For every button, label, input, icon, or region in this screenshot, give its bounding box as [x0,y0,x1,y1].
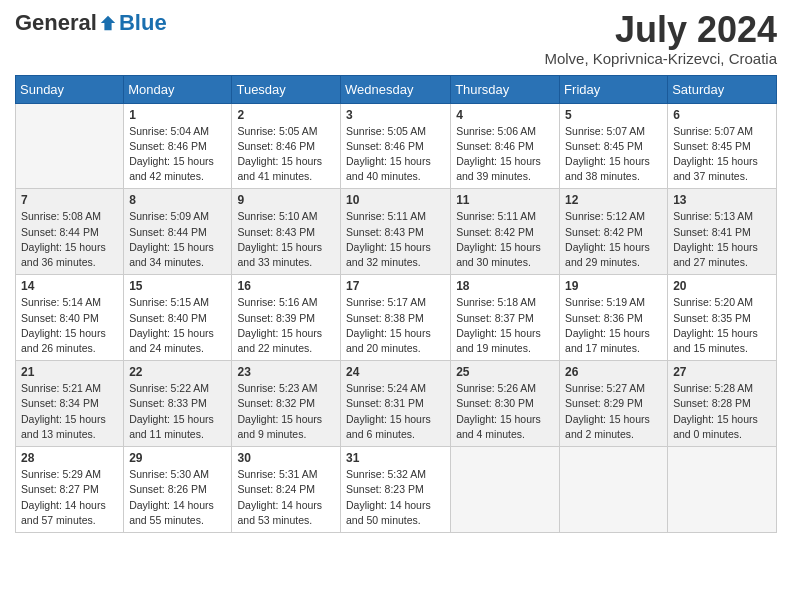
calendar-cell: 20Sunrise: 5:20 AM Sunset: 8:35 PM Dayli… [668,275,777,361]
day-number: 3 [346,108,445,122]
day-info: Sunrise: 5:23 AM Sunset: 8:32 PM Dayligh… [237,381,335,442]
calendar-cell: 5Sunrise: 5:07 AM Sunset: 8:45 PM Daylig… [560,103,668,189]
day-info: Sunrise: 5:08 AM Sunset: 8:44 PM Dayligh… [21,209,118,270]
day-number: 13 [673,193,771,207]
calendar-cell: 22Sunrise: 5:22 AM Sunset: 8:33 PM Dayli… [124,361,232,447]
day-number: 15 [129,279,226,293]
calendar-table: SundayMondayTuesdayWednesdayThursdayFrid… [15,75,777,533]
logo-general: General [15,10,97,36]
day-info: Sunrise: 5:22 AM Sunset: 8:33 PM Dayligh… [129,381,226,442]
calendar-cell: 3Sunrise: 5:05 AM Sunset: 8:46 PM Daylig… [341,103,451,189]
calendar-cell: 15Sunrise: 5:15 AM Sunset: 8:40 PM Dayli… [124,275,232,361]
day-number: 5 [565,108,662,122]
calendar-week-row: 7Sunrise: 5:08 AM Sunset: 8:44 PM Daylig… [16,189,777,275]
calendar-header-sunday: Sunday [16,75,124,103]
day-info: Sunrise: 5:18 AM Sunset: 8:37 PM Dayligh… [456,295,554,356]
calendar-cell: 24Sunrise: 5:24 AM Sunset: 8:31 PM Dayli… [341,361,451,447]
calendar-cell: 6Sunrise: 5:07 AM Sunset: 8:45 PM Daylig… [668,103,777,189]
logo: General Blue [15,10,167,36]
day-info: Sunrise: 5:27 AM Sunset: 8:29 PM Dayligh… [565,381,662,442]
day-info: Sunrise: 5:10 AM Sunset: 8:43 PM Dayligh… [237,209,335,270]
day-info: Sunrise: 5:31 AM Sunset: 8:24 PM Dayligh… [237,467,335,528]
day-number: 30 [237,451,335,465]
location: Molve, Koprivnica-Krizevci, Croatia [544,50,777,67]
calendar-cell: 27Sunrise: 5:28 AM Sunset: 8:28 PM Dayli… [668,361,777,447]
logo-icon [99,14,117,32]
calendar-week-row: 1Sunrise: 5:04 AM Sunset: 8:46 PM Daylig… [16,103,777,189]
day-number: 9 [237,193,335,207]
day-info: Sunrise: 5:29 AM Sunset: 8:27 PM Dayligh… [21,467,118,528]
calendar-cell: 13Sunrise: 5:13 AM Sunset: 8:41 PM Dayli… [668,189,777,275]
calendar-cell: 17Sunrise: 5:17 AM Sunset: 8:38 PM Dayli… [341,275,451,361]
day-info: Sunrise: 5:30 AM Sunset: 8:26 PM Dayligh… [129,467,226,528]
day-info: Sunrise: 5:14 AM Sunset: 8:40 PM Dayligh… [21,295,118,356]
day-info: Sunrise: 5:07 AM Sunset: 8:45 PM Dayligh… [565,124,662,185]
calendar-week-row: 14Sunrise: 5:14 AM Sunset: 8:40 PM Dayli… [16,275,777,361]
day-number: 17 [346,279,445,293]
calendar-header-thursday: Thursday [451,75,560,103]
day-number: 12 [565,193,662,207]
calendar-header-saturday: Saturday [668,75,777,103]
day-info: Sunrise: 5:28 AM Sunset: 8:28 PM Dayligh… [673,381,771,442]
day-number: 27 [673,365,771,379]
calendar-cell [451,447,560,533]
calendar-cell: 28Sunrise: 5:29 AM Sunset: 8:27 PM Dayli… [16,447,124,533]
calendar-cell: 10Sunrise: 5:11 AM Sunset: 8:43 PM Dayli… [341,189,451,275]
calendar-cell: 29Sunrise: 5:30 AM Sunset: 8:26 PM Dayli… [124,447,232,533]
day-number: 24 [346,365,445,379]
title-block: July 2024 Molve, Koprivnica-Krizevci, Cr… [544,10,777,67]
day-number: 2 [237,108,335,122]
day-info: Sunrise: 5:17 AM Sunset: 8:38 PM Dayligh… [346,295,445,356]
day-info: Sunrise: 5:06 AM Sunset: 8:46 PM Dayligh… [456,124,554,185]
day-info: Sunrise: 5:11 AM Sunset: 8:43 PM Dayligh… [346,209,445,270]
calendar-cell: 2Sunrise: 5:05 AM Sunset: 8:46 PM Daylig… [232,103,341,189]
calendar-cell: 18Sunrise: 5:18 AM Sunset: 8:37 PM Dayli… [451,275,560,361]
day-number: 28 [21,451,118,465]
day-number: 25 [456,365,554,379]
day-number: 10 [346,193,445,207]
day-number: 8 [129,193,226,207]
calendar-cell: 12Sunrise: 5:12 AM Sunset: 8:42 PM Dayli… [560,189,668,275]
calendar-cell: 1Sunrise: 5:04 AM Sunset: 8:46 PM Daylig… [124,103,232,189]
day-number: 16 [237,279,335,293]
calendar-cell: 8Sunrise: 5:09 AM Sunset: 8:44 PM Daylig… [124,189,232,275]
day-number: 6 [673,108,771,122]
calendar-cell [16,103,124,189]
day-number: 22 [129,365,226,379]
day-info: Sunrise: 5:32 AM Sunset: 8:23 PM Dayligh… [346,467,445,528]
day-info: Sunrise: 5:20 AM Sunset: 8:35 PM Dayligh… [673,295,771,356]
day-number: 14 [21,279,118,293]
day-number: 18 [456,279,554,293]
day-info: Sunrise: 5:09 AM Sunset: 8:44 PM Dayligh… [129,209,226,270]
calendar-cell: 26Sunrise: 5:27 AM Sunset: 8:29 PM Dayli… [560,361,668,447]
day-info: Sunrise: 5:13 AM Sunset: 8:41 PM Dayligh… [673,209,771,270]
calendar-cell: 19Sunrise: 5:19 AM Sunset: 8:36 PM Dayli… [560,275,668,361]
calendar-cell: 21Sunrise: 5:21 AM Sunset: 8:34 PM Dayli… [16,361,124,447]
day-number: 20 [673,279,771,293]
calendar-cell: 16Sunrise: 5:16 AM Sunset: 8:39 PM Dayli… [232,275,341,361]
day-info: Sunrise: 5:05 AM Sunset: 8:46 PM Dayligh… [346,124,445,185]
calendar-cell: 9Sunrise: 5:10 AM Sunset: 8:43 PM Daylig… [232,189,341,275]
calendar-week-row: 21Sunrise: 5:21 AM Sunset: 8:34 PM Dayli… [16,361,777,447]
day-info: Sunrise: 5:19 AM Sunset: 8:36 PM Dayligh… [565,295,662,356]
calendar-cell: 11Sunrise: 5:11 AM Sunset: 8:42 PM Dayli… [451,189,560,275]
day-info: Sunrise: 5:21 AM Sunset: 8:34 PM Dayligh… [21,381,118,442]
calendar-header-wednesday: Wednesday [341,75,451,103]
day-info: Sunrise: 5:12 AM Sunset: 8:42 PM Dayligh… [565,209,662,270]
day-number: 4 [456,108,554,122]
day-info: Sunrise: 5:05 AM Sunset: 8:46 PM Dayligh… [237,124,335,185]
day-info: Sunrise: 5:26 AM Sunset: 8:30 PM Dayligh… [456,381,554,442]
calendar-cell: 4Sunrise: 5:06 AM Sunset: 8:46 PM Daylig… [451,103,560,189]
day-info: Sunrise: 5:07 AM Sunset: 8:45 PM Dayligh… [673,124,771,185]
day-number: 21 [21,365,118,379]
day-number: 23 [237,365,335,379]
calendar-cell: 31Sunrise: 5:32 AM Sunset: 8:23 PM Dayli… [341,447,451,533]
logo-blue: Blue [119,10,167,36]
calendar-cell: 23Sunrise: 5:23 AM Sunset: 8:32 PM Dayli… [232,361,341,447]
day-number: 11 [456,193,554,207]
calendar-week-row: 28Sunrise: 5:29 AM Sunset: 8:27 PM Dayli… [16,447,777,533]
day-info: Sunrise: 5:04 AM Sunset: 8:46 PM Dayligh… [129,124,226,185]
day-number: 31 [346,451,445,465]
calendar-cell: 30Sunrise: 5:31 AM Sunset: 8:24 PM Dayli… [232,447,341,533]
day-number: 1 [129,108,226,122]
